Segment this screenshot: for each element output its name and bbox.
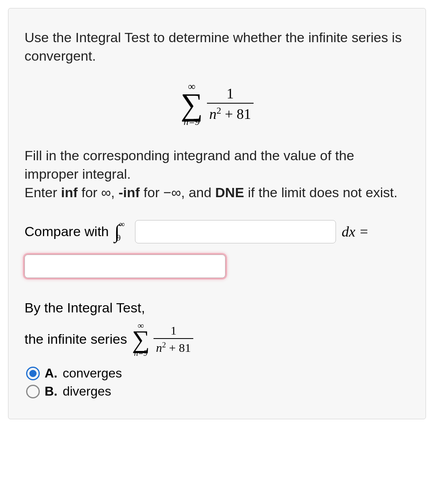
prompt-text: Use the Integral Test to determine wheth… bbox=[25, 29, 409, 65]
neg-inf-keyword: -inf bbox=[119, 185, 140, 200]
integral-lower: 9 bbox=[117, 233, 121, 243]
radio-group: A. converges B. diverges bbox=[25, 366, 409, 399]
dx-label: dx = bbox=[342, 223, 368, 240]
sigma-symbol: ∑ bbox=[180, 90, 203, 118]
sigma-lower: n=9 bbox=[184, 117, 200, 127]
fraction-numerator-small: 1 bbox=[168, 324, 179, 338]
integrand-input[interactable] bbox=[135, 220, 336, 243]
radio-a-indicator bbox=[26, 367, 40, 380]
sigma-symbol-small: ∑ bbox=[132, 329, 149, 351]
option-a[interactable]: A. converges bbox=[26, 366, 409, 381]
sigma-lower-small: n=9 bbox=[134, 349, 147, 357]
integral-value-input[interactable] bbox=[25, 255, 225, 278]
inf-keyword: inf bbox=[61, 185, 78, 200]
instr-pre: Enter bbox=[25, 185, 61, 200]
series-fraction-small: 1 n2 + 81 bbox=[154, 324, 193, 355]
radio-b-indicator bbox=[26, 385, 40, 398]
conclusion-line1: By the Integral Test, bbox=[25, 300, 409, 316]
radio-a-dot bbox=[29, 370, 37, 377]
conclusion-pre: the infinite series bbox=[25, 331, 127, 347]
fraction-denominator-small: n2 + 81 bbox=[154, 338, 193, 355]
integral-upper: ∞ bbox=[119, 220, 125, 229]
instr-tail: if the limit does not exist. bbox=[244, 185, 397, 200]
instructions-line1: Fill in the corresponding integrand and … bbox=[25, 148, 354, 182]
series-display: ∞ ∑ n=9 1 n2 + 81 bbox=[25, 82, 409, 127]
option-b-text: B. diverges bbox=[45, 384, 111, 399]
conclusion-line2: the infinite series ∞ ∑ n=9 1 n2 + 81 bbox=[25, 321, 409, 357]
fraction-denominator: n2 + 81 bbox=[207, 103, 254, 122]
instr-for-neg-inf: for −∞, and bbox=[140, 185, 215, 200]
fraction-numerator: 1 bbox=[224, 85, 236, 103]
sigma-block: ∞ ∑ n=9 bbox=[180, 82, 203, 127]
question-card: Use the Integral Test to determine wheth… bbox=[8, 8, 426, 419]
dne-keyword: DNE bbox=[215, 185, 244, 200]
series-fraction: 1 n2 + 81 bbox=[207, 85, 254, 122]
compare-label: Compare with bbox=[25, 224, 109, 239]
sigma-block-small: ∞ ∑ n=9 bbox=[132, 321, 149, 357]
compare-row: Compare with ∫∞9 dx = bbox=[25, 220, 409, 278]
instr-for-inf: for ∞, bbox=[78, 185, 119, 200]
option-a-text: A. converges bbox=[45, 366, 122, 381]
option-b[interactable]: B. diverges bbox=[26, 384, 409, 399]
instructions-block: Fill in the corresponding integrand and … bbox=[25, 147, 409, 202]
integral-expression: ∫∞9 bbox=[115, 220, 129, 243]
